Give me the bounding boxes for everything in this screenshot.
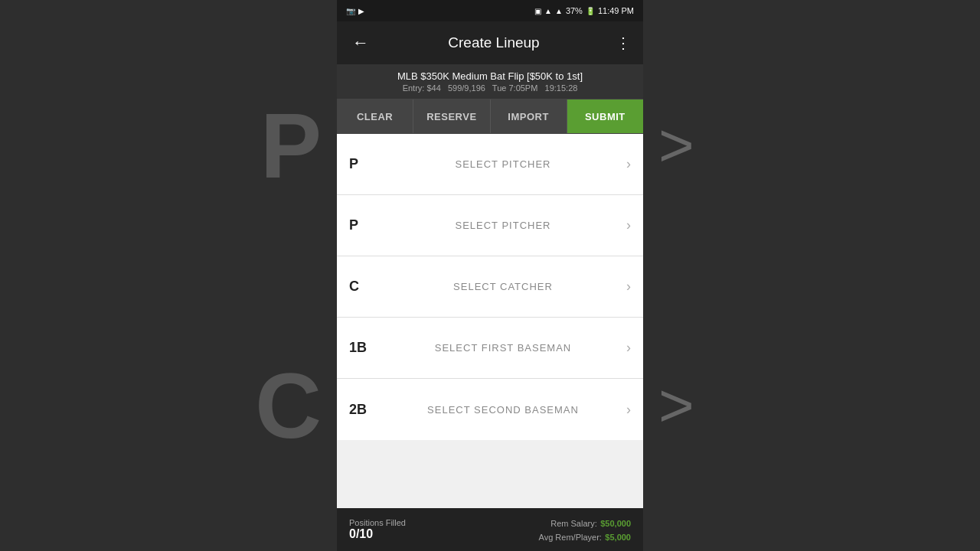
status-right-icons: ▣ ▲ ▲ 37% 🔋 11:49 PM	[534, 6, 634, 15]
contest-title: MLB $350K Medium Bat Flip [$50K to 1st]	[349, 70, 631, 82]
contest-timer: 19:15:28	[545, 83, 578, 93]
phone-container: 📷 ▶ ▣ ▲ ▲ 37% 🔋 11:49 PM ← Create Lineup…	[337, 0, 643, 551]
select-catcher: SELECT CATCHER	[380, 281, 626, 292]
player-list: P SELECT PITCHER › P SELECT PITCHER › C …	[337, 134, 643, 508]
contest-details: Entry: $44 599/9,196 Tue 7:05PM 19:15:28	[349, 83, 631, 93]
bg-right-panel: > >	[643, 0, 980, 551]
menu-button[interactable]: ⋮	[616, 34, 631, 52]
chevron-icon-c: ›	[626, 279, 631, 295]
position-label-p1: P	[349, 156, 380, 172]
bg-left-panel: P C	[0, 0, 337, 551]
chevron-icon-2b: ›	[626, 402, 631, 418]
contest-entry: Entry: $44	[403, 83, 441, 93]
wifi-icon: ▲	[544, 7, 552, 15]
chevron-icon-1b: ›	[626, 340, 631, 356]
position-label-2b: 2B	[349, 402, 380, 418]
position-row-p2[interactable]: P SELECT PITCHER ›	[337, 195, 643, 256]
bg-letter-p: P	[260, 99, 322, 191]
time-display: 11:49 PM	[598, 6, 634, 15]
position-row-p1[interactable]: P SELECT PITCHER ›	[337, 134, 643, 195]
bg-arrow-2: >	[658, 370, 694, 441]
positions-filled-label: Positions Filled	[349, 518, 539, 527]
contest-count: 599/9,196	[448, 83, 485, 93]
select-first-baseman: SELECT FIRST BASEMAN	[380, 342, 626, 354]
positions-filled-value: 0/10	[349, 527, 539, 541]
avg-rem-row: Avg Rem/Player: $5,000	[539, 530, 631, 543]
battery-icon: 🔋	[586, 7, 595, 15]
position-label-p2: P	[349, 217, 380, 233]
network-icon: ▲	[555, 7, 563, 15]
status-bar: 📷 ▶ ▣ ▲ ▲ 37% 🔋 11:49 PM	[337, 0, 643, 21]
signal-icon: ▣	[534, 7, 541, 15]
bottom-bar: Positions Filled 0/10 Rem Salary: $50,00…	[337, 508, 643, 551]
select-pitcher-1: SELECT PITCHER	[380, 158, 626, 170]
submit-button[interactable]: SUBMIT	[567, 99, 643, 133]
action-buttons-row: CLEAR RESERVE IMPORT SUBMIT	[337, 99, 643, 134]
back-button[interactable]: ←	[349, 30, 372, 56]
contest-info: MLB $350K Medium Bat Flip [$50K to 1st] …	[337, 64, 643, 99]
salary-section: Rem Salary: $50,000 Avg Rem/Player: $5,0…	[539, 516, 631, 543]
rem-salary-row: Rem Salary: $50,000	[539, 516, 631, 530]
top-bar: ← Create Lineup ⋮	[337, 21, 643, 64]
bg-arrow-1: >	[658, 110, 694, 181]
clear-button[interactable]: CLEAR	[337, 99, 413, 133]
page-title: Create Lineup	[381, 34, 606, 51]
select-pitcher-2: SELECT PITCHER	[380, 220, 626, 231]
rem-salary-label: Rem Salary:	[550, 519, 597, 528]
select-second-baseman: SELECT SECOND BASEMAN	[380, 404, 626, 416]
import-button[interactable]: IMPORT	[491, 99, 567, 133]
position-label-1b: 1B	[349, 340, 380, 356]
position-row-c[interactable]: C SELECT CATCHER ›	[337, 256, 643, 318]
status-left-icons: 📷 ▶	[346, 7, 530, 15]
cast-icon: ▶	[358, 7, 364, 15]
chevron-icon-p1: ›	[626, 156, 631, 172]
rem-salary-value: $50,000	[600, 519, 631, 528]
battery-percent: 37%	[566, 6, 583, 15]
avg-rem-label: Avg Rem/Player:	[539, 533, 602, 542]
position-row-2b[interactable]: 2B SELECT SECOND BASEMAN ›	[337, 379, 643, 440]
positions-filled-section: Positions Filled 0/10	[349, 518, 539, 541]
contest-day: Tue 7:05PM	[492, 83, 538, 93]
avg-rem-value: $5,000	[605, 533, 631, 542]
position-row-1b[interactable]: 1B SELECT FIRST BASEMAN ›	[337, 318, 643, 379]
reserve-button[interactable]: RESERVE	[413, 99, 490, 133]
camera-icon: 📷	[346, 7, 355, 15]
position-label-c: C	[349, 279, 380, 295]
chevron-icon-p2: ›	[626, 217, 631, 233]
bg-letter-c: C	[255, 360, 322, 452]
